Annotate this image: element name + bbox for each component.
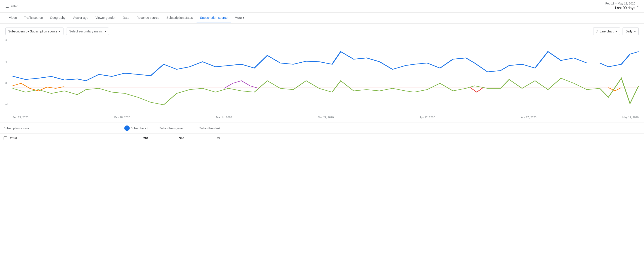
sort-icon[interactable]: ↓: [147, 126, 148, 130]
nav-tabs: Video Traffic source Geography Viewer ag…: [0, 12, 644, 24]
controls-row: Subscribers by Subscription source ▾ Sel…: [0, 24, 644, 39]
primary-metric-arrow: ▾: [59, 30, 60, 33]
td-gained-total: 346: [152, 134, 188, 143]
x-label-mar29: Mar 29, 2020: [318, 116, 334, 119]
y-axis-labels: 8 4 0 -4: [5, 39, 8, 106]
chart-type-dropdown[interactable]: ⤴ Line chart ▾: [593, 27, 620, 35]
row-checkbox-total[interactable]: [4, 136, 7, 140]
td-subscribers-total: 261: [116, 134, 152, 143]
x-label-mar14: Mar 14, 2020: [216, 116, 232, 119]
table-header-row: Subscription source + Subscribers ↓ Subs…: [0, 123, 644, 134]
table-row: Total 261 346 85: [0, 134, 644, 143]
td-source-total: Total: [0, 134, 116, 143]
th-empty: [224, 123, 644, 134]
granularity-label: Daily: [626, 30, 632, 33]
right-controls: ⤴ Line chart ▾ Daily ▾: [593, 27, 639, 35]
th-gained-label: Subscribers gained: [160, 126, 184, 130]
td-lost-total: 85: [188, 134, 224, 143]
tab-more[interactable]: More ▾: [231, 13, 248, 23]
secondary-metric-label: Select secondary metric: [69, 30, 102, 33]
tab-video[interactable]: Video: [5, 13, 20, 23]
th-subscribers-label: Subscribers: [130, 126, 146, 130]
th-gained: Subscribers gained: [152, 123, 188, 134]
th-lost-label: Subscribers lost: [200, 126, 220, 130]
total-label: Total: [10, 136, 17, 140]
add-icon: +: [126, 126, 128, 130]
tab-date[interactable]: Date: [119, 13, 133, 23]
chart-container: 8 4 0 -4: [5, 39, 639, 115]
x-label-apr27: Apr 27, 2020: [521, 116, 536, 119]
add-metric-button[interactable]: +: [124, 126, 130, 131]
primary-metric-dropdown[interactable]: Subscribers by Subscription source ▾: [5, 28, 64, 35]
td-empty-total: [224, 134, 644, 143]
secondary-metric-dropdown[interactable]: Select secondary metric ▾: [66, 28, 109, 35]
date-range-subtitle: Feb 13 – May 12, 2020: [605, 2, 635, 6]
x-axis-labels: Feb 13, 2020 Feb 28, 2020 Mar 14, 2020 M…: [12, 115, 639, 119]
top-bar: ☰ Filter Feb 13 – May 12, 2020 Last 90 d…: [0, 0, 644, 12]
tab-subscription-status[interactable]: Subscription status: [163, 13, 196, 23]
th-source-label: Subscription source: [4, 126, 29, 130]
granularity-arrow: ▾: [634, 30, 636, 33]
tab-subscription-source[interactable]: Subscription source: [196, 13, 231, 23]
x-label-feb13: Feb 13, 2020: [12, 116, 28, 119]
x-label-feb28: Feb 28, 2020: [114, 116, 130, 119]
secondary-metric-arrow: ▾: [104, 30, 106, 33]
y-label-8: 8: [5, 39, 8, 42]
more-chevron-icon: ▾: [242, 16, 244, 20]
x-label-may12: May 12, 2020: [622, 116, 639, 119]
chart-type-arrow: ▾: [616, 30, 617, 33]
primary-metric-label: Subscribers by Subscription source: [8, 30, 57, 33]
filter-icon: ☰: [5, 4, 9, 9]
granularity-dropdown[interactable]: Daily ▾: [622, 27, 639, 35]
tab-viewer-age[interactable]: Viewer age: [69, 13, 92, 23]
filter-button[interactable]: ☰ Filter: [5, 4, 18, 9]
filter-label: Filter: [11, 4, 18, 8]
tab-traffic-source[interactable]: Traffic source: [20, 13, 46, 23]
date-range-title: Last 90 days: [605, 6, 635, 10]
th-source: Subscription source: [0, 123, 116, 134]
y-label-0: 0: [5, 82, 8, 85]
chart-area: 8 4 0 -4: [0, 39, 644, 122]
tab-revenue-source[interactable]: Revenue source: [133, 13, 163, 23]
chevron-down-icon: ▾: [637, 4, 639, 8]
x-label-apr12: Apr 12, 2020: [420, 116, 435, 119]
y-label-4: 4: [5, 60, 8, 63]
line-chart-svg: [12, 39, 639, 115]
data-table: Subscription source + Subscribers ↓ Subs…: [0, 123, 644, 143]
th-subscribers: + Subscribers ↓: [116, 123, 152, 134]
y-label-neg4: -4: [5, 103, 8, 106]
tab-viewer-gender[interactable]: Viewer gender: [92, 13, 119, 23]
chart-type-label: Line chart: [600, 30, 613, 33]
th-lost: Subscribers lost: [188, 123, 224, 134]
tab-geography[interactable]: Geography: [46, 13, 69, 23]
line-chart-icon: ⤴: [596, 29, 598, 33]
date-range-picker[interactable]: Feb 13 – May 12, 2020 Last 90 days ▾: [605, 2, 639, 11]
